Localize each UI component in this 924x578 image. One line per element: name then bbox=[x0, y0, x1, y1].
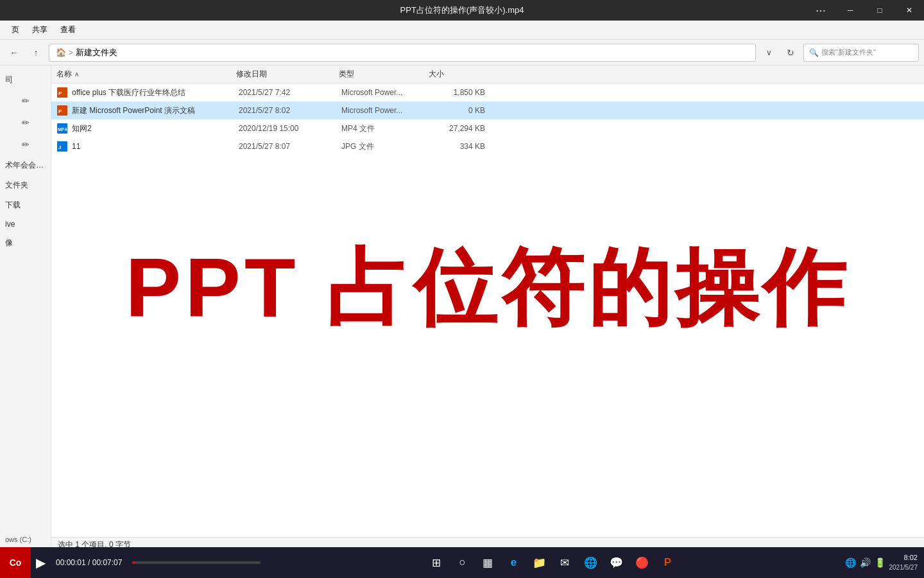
sidebar-item-top[interactable]: 司 bbox=[0, 71, 51, 89]
file-date: 2020/12/19 15:00 bbox=[239, 124, 341, 133]
bottom-bar: Co ▶ 00:00:01 / 00:07:07 ⊞ ○ ▦ e 📁 ✉ 🌐 💬… bbox=[0, 547, 924, 578]
task-view-button[interactable]: ▦ bbox=[476, 551, 499, 574]
file-type: JPG 文件 bbox=[341, 141, 431, 152]
close-button[interactable]: ✕ bbox=[894, 0, 924, 21]
title-bar: PPT占位符的操作(声音较小).mp4 ⋯ ─ □ ✕ bbox=[0, 0, 924, 21]
battery-icon[interactable]: 🔋 bbox=[875, 557, 886, 568]
main-layout: 司 ✏ ✏ ✏ 术年会会议证 文件夹 下载 ive 像 ows (C:) 名称 … bbox=[0, 66, 924, 552]
globe-taskbar-icon[interactable]: 🌐 bbox=[579, 551, 602, 574]
file-name: 知网2 bbox=[72, 123, 239, 134]
play-button[interactable]: ▶ bbox=[31, 555, 51, 570]
search-button[interactable]: ○ bbox=[450, 551, 474, 574]
address-path[interactable]: 🏠 > 新建文件夹 bbox=[49, 44, 756, 62]
sidebar-item-images[interactable]: 像 bbox=[0, 234, 51, 252]
minimize-button[interactable]: ─ bbox=[835, 0, 865, 21]
file-size: 1,850 KB bbox=[431, 88, 495, 97]
up-button[interactable]: ↑ bbox=[27, 44, 45, 62]
window-title: PPT占位符的操作(声音较小).mp4 bbox=[400, 4, 524, 16]
sidebar-btn-2[interactable]: ✏ bbox=[17, 114, 35, 132]
menu-item-page[interactable]: 页 bbox=[5, 22, 26, 38]
file-size: 27,294 KB bbox=[431, 124, 495, 133]
volume-icon[interactable]: 🔊 bbox=[860, 557, 871, 568]
file-row[interactable]: P office plus 下载医疗行业年终总结 2021/5/27 7:42 … bbox=[51, 83, 924, 101]
header-name[interactable]: 名称 ∧ bbox=[56, 69, 236, 80]
app1-taskbar-icon[interactable]: 🔴 bbox=[630, 551, 653, 574]
system-tray: 🌐 🔊 🔋 8:02 2021/5/27 bbox=[839, 553, 925, 572]
sidebar-item-archive[interactable]: ive bbox=[0, 216, 51, 232]
menu-item-view[interactable]: 查看 bbox=[54, 22, 82, 38]
file-size: 334 KB bbox=[431, 142, 495, 151]
file-date: 2021/5/27 8:02 bbox=[239, 106, 341, 115]
window-controls: ─ □ ✕ bbox=[835, 0, 924, 21]
file-icon-mp4: MP4 bbox=[56, 123, 68, 134]
back-button[interactable]: ← bbox=[5, 44, 23, 62]
file-type: Microsoft Power... bbox=[341, 88, 431, 97]
svg-text:J: J bbox=[58, 144, 61, 150]
ppt-taskbar-icon[interactable]: P bbox=[656, 551, 679, 574]
file-area: 名称 ∧ 修改日期 类型 大小 P office plus 下载医疗行业年终总结… bbox=[51, 66, 924, 552]
svg-text:P: P bbox=[58, 91, 62, 96]
folder-taskbar-icon[interactable]: 📁 bbox=[527, 551, 551, 574]
header-size[interactable]: 大小 bbox=[429, 69, 493, 80]
overlay-title: PPT 占位符的操作 bbox=[51, 232, 924, 346]
sidebar-item-drive[interactable]: ows (C:) bbox=[0, 532, 51, 547]
video-logo[interactable]: Co bbox=[0, 547, 31, 578]
clock-date: 2021/5/27 bbox=[889, 563, 918, 572]
file-list-header: 名称 ∧ 修改日期 类型 大小 bbox=[51, 66, 924, 83]
sidebar-btn-1[interactable]: ✏ bbox=[17, 92, 35, 110]
menu-item-share[interactable]: 共享 bbox=[26, 22, 54, 38]
chat-taskbar-icon[interactable]: 💬 bbox=[604, 551, 628, 574]
file-date: 2021/5/27 8:07 bbox=[239, 142, 341, 151]
file-name: office plus 下载医疗行业年终总结 bbox=[72, 87, 239, 98]
file-icon-ppt: P bbox=[56, 87, 68, 98]
file-type: MP4 文件 bbox=[341, 123, 431, 134]
file-date: 2021/5/27 7:42 bbox=[239, 88, 341, 97]
taskbar-icons: ⊞ ○ ▦ e 📁 ✉ 🌐 💬 🔴 P bbox=[266, 551, 838, 574]
search-box[interactable]: 🔍 搜索"新建文件夹" bbox=[803, 44, 919, 62]
file-icon-jpg: J bbox=[56, 141, 68, 152]
file-type: Microsoft Power... bbox=[341, 106, 431, 115]
file-row[interactable]: J 11 2021/5/27 8:07 JPG 文件 334 KB bbox=[51, 137, 924, 155]
system-clock[interactable]: 8:02 2021/5/27 bbox=[889, 553, 918, 572]
clock-time: 8:02 bbox=[889, 553, 918, 563]
file-name: 11 bbox=[72, 142, 239, 151]
file-row[interactable]: MP4 知网2 2020/12/19 15:00 MP4 文件 27,294 K… bbox=[51, 119, 924, 137]
refresh-button[interactable]: ↻ bbox=[782, 44, 800, 62]
file-row[interactable]: P 新建 Microsoft PowerPoint 演示文稿 2021/5/27… bbox=[51, 101, 924, 119]
mail-taskbar-icon[interactable]: ✉ bbox=[553, 551, 576, 574]
video-progress[interactable] bbox=[132, 561, 261, 564]
path-separator: 🏠 > bbox=[56, 48, 73, 57]
search-placeholder: 搜索"新建文件夹" bbox=[821, 48, 876, 57]
sidebar-item-conference[interactable]: 术年会会议证 bbox=[0, 156, 51, 175]
address-bar: ← ↑ 🏠 > 新建文件夹 ∨ ↻ 🔍 搜索"新建文件夹" bbox=[0, 40, 924, 66]
path-dropdown[interactable]: ∨ bbox=[760, 44, 778, 62]
time-display: 00:00:01 / 00:07:07 bbox=[51, 558, 127, 567]
path-folder: 新建文件夹 bbox=[76, 47, 117, 58]
browser-icon[interactable]: e bbox=[502, 551, 525, 574]
svg-text:P: P bbox=[58, 109, 62, 114]
file-name: 新建 Microsoft PowerPoint 演示文稿 bbox=[72, 105, 239, 116]
sort-arrow: ∧ bbox=[74, 71, 79, 78]
sidebar-item-folder[interactable]: 文件夹 bbox=[0, 176, 51, 195]
header-date[interactable]: 修改日期 bbox=[236, 69, 339, 80]
file-icon-ppt: P bbox=[56, 105, 68, 116]
file-size: 0 KB bbox=[431, 106, 495, 115]
maximize-button[interactable]: □ bbox=[865, 0, 894, 21]
sidebar-item-downloads[interactable]: 下载 bbox=[0, 196, 51, 215]
network-icon[interactable]: 🌐 bbox=[845, 557, 856, 568]
search-icon: 🔍 bbox=[809, 48, 819, 57]
progress-fill bbox=[132, 561, 135, 564]
more-button[interactable]: ⋯ bbox=[806, 0, 835, 21]
header-type[interactable]: 类型 bbox=[339, 69, 429, 80]
sidebar-btn-3[interactable]: ✏ bbox=[17, 136, 35, 153]
start-button[interactable]: ⊞ bbox=[425, 551, 448, 574]
svg-text:MP4: MP4 bbox=[58, 127, 67, 132]
menu-bar: 页 共享 查看 bbox=[0, 21, 924, 40]
sidebar: 司 ✏ ✏ ✏ 术年会会议证 文件夹 下载 ive 像 ows (C:) bbox=[0, 66, 51, 552]
